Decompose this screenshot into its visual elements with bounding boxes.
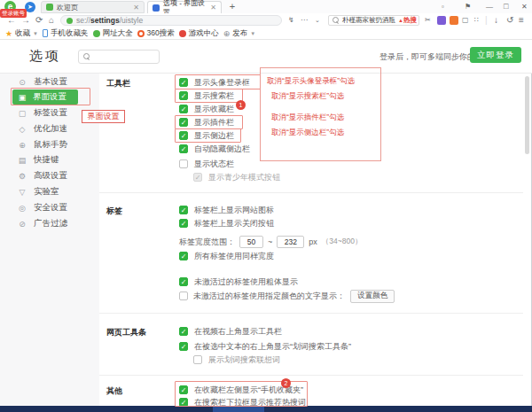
bookmark-site-directory[interactable]: 网址大全 <box>93 28 133 39</box>
sidebar-item-basic[interactable]: ⊙ 基本设置 <box>0 74 99 89</box>
checkbox-row[interactable]: 展示划词搜索联想词 <box>193 354 280 366</box>
undo-icon[interactable]: ↺ <box>506 16 513 25</box>
new-tab-button[interactable]: + <box>227 2 238 12</box>
checkbox-row[interactable]: 在被选中文本的右上角显示“划词搜索工具条” <box>179 340 351 353</box>
section-title-toolbar: 工具栏 <box>106 78 130 89</box>
checkbox-row[interactable]: 在视频右上角显示工具栏 <box>179 325 282 338</box>
apps-grid-icon[interactable]: ∷ <box>474 16 479 25</box>
sidebar-item-interface[interactable]: ▣ 界面设置 <box>12 89 78 105</box>
checkbox-row[interactable]: 未激活过的标签使用粗体显示 <box>179 276 298 288</box>
checkbox-row[interactable]: 显示侧边栏 <box>179 129 234 142</box>
sidebar-item-security[interactable]: ◎ 安全设置 <box>0 200 99 215</box>
workspace-icon[interactable]: ▫ <box>442 3 444 11</box>
checkbox[interactable] <box>179 159 188 168</box>
download-icon[interactable]: ↓ <box>494 16 498 25</box>
address-bar[interactable]: se://settings/uistyle <box>60 15 282 26</box>
checkbox[interactable] <box>193 355 202 364</box>
extension-purple-icon[interactable] <box>437 16 446 25</box>
checkbox[interactable] <box>179 342 188 351</box>
maximize-button[interactable]: □ <box>504 3 508 11</box>
checkbox[interactable] <box>179 292 188 300</box>
tab-welcome[interactable]: 欢迎页 ✕ <box>41 1 145 13</box>
home-icon[interactable]: ⌂ <box>49 16 54 25</box>
checkbox[interactable] <box>179 206 188 214</box>
bookmark-360-search[interactable]: 360搜索 <box>137 28 175 39</box>
checkbox[interactable] <box>179 118 188 127</box>
checkbox-row[interactable]: 显示插件栏 <box>179 116 234 128</box>
checkbox[interactable] <box>179 78 188 87</box>
gear-circle-icon: ⊙ <box>18 78 27 87</box>
tab-close-icon[interactable]: ✕ <box>210 4 216 12</box>
annotation-text: 取消“显示侧边栏”勾选 <box>271 128 344 138</box>
checkbox[interactable] <box>179 131 188 140</box>
sidebar-item-speedup[interactable]: ◇ 优化加速 <box>0 121 99 136</box>
login-badge[interactable]: 登录账号 <box>0 9 27 18</box>
hot-search-box[interactable]: 朴槿惠家被扔酒瓶 ▲热搜 <box>328 15 419 26</box>
checkbox-row[interactable]: 所有标签使用同样宽度 <box>179 250 274 262</box>
checkbox[interactable] <box>179 327 188 336</box>
menu-icon[interactable]: ≡ <box>519 16 524 25</box>
checkbox-row[interactable]: 显示头像登录框 <box>179 76 250 89</box>
lightning-icon[interactable]: ↯ <box>288 16 294 25</box>
checkbox-row[interactable]: 标签栏上显示关闭按钮 <box>179 217 274 229</box>
reload-icon[interactable]: ⟳ <box>35 16 43 25</box>
block-icon: ⊘ <box>18 220 27 229</box>
checkbox[interactable] <box>179 385 188 394</box>
divider <box>99 375 523 376</box>
sidebar-item-advanced[interactable]: ⚙ 高级设置 <box>0 168 99 183</box>
checkbox-row[interactable]: 显示收藏栏 <box>179 103 234 115</box>
scissors-icon[interactable]: ✂ <box>425 16 431 25</box>
more-icon[interactable]: ⋯ <box>301 16 308 25</box>
sidebar-item-mouse-gestures[interactable]: ⊕ 鼠标手势 <box>0 137 99 152</box>
tab-close-icon[interactable]: ✕ <box>133 4 139 12</box>
checkbox-row[interactable]: 自动隐藏侧边栏 <box>179 143 250 155</box>
checkbox[interactable] <box>179 105 188 113</box>
checkbox[interactable] <box>179 252 188 260</box>
site-safety-icon <box>66 18 73 24</box>
bookmark-phone-favorites[interactable]: 手机收藏夹 <box>43 28 89 39</box>
green-site-icon <box>93 30 100 37</box>
checkbox-row[interactable]: 显示搜索栏 <box>179 89 234 102</box>
annotation-text: 取消“显示头像登录框”勾选 <box>267 76 355 87</box>
section-title-tabs: 标签 <box>106 206 122 217</box>
window-icon: ▣ <box>18 93 27 102</box>
bolt-icon: ◇ <box>18 125 27 134</box>
checkbox-row[interactable]: 标签栏上显示网站图标 <box>179 204 274 216</box>
extension-orange-icon[interactable] <box>450 16 458 25</box>
tab-width-max-input[interactable] <box>277 236 304 248</box>
sidebar-callout: 界面设置 <box>82 110 125 123</box>
set-color-button[interactable]: 设置颜色 <box>350 290 395 303</box>
tab-favicon-green <box>46 4 53 11</box>
settings-search-input[interactable] <box>78 50 160 64</box>
screenshot-icon[interactable]: ▢ <box>462 16 469 25</box>
login-now-button[interactable]: 立即登录 <box>470 47 521 63</box>
checkbox-row[interactable]: 显示状态栏 <box>179 158 234 170</box>
chevron-down-icon[interactable]: ⌄ <box>315 16 320 25</box>
checkbox-row[interactable]: 未激活过的标签使用指定颜色的文字显示： 设置颜色 <box>179 290 395 302</box>
divider <box>99 313 523 314</box>
bookmark-publish[interactable]: ⊕ 发布 ▼ <box>223 28 256 39</box>
hot-search-tag: ▲热搜 <box>398 16 417 25</box>
phone-icon <box>43 29 48 37</box>
checkbox[interactable] <box>179 219 188 228</box>
checkbox <box>193 173 202 182</box>
taskbar-active-item[interactable] <box>213 406 264 412</box>
bookmark-game-center[interactable]: 游戏中心 <box>179 28 219 39</box>
hot-search-query[interactable]: 朴槿惠家被扔酒瓶 <box>342 16 395 25</box>
sidebar-item-shortcuts[interactable]: ▤ 快捷键 <box>0 152 99 167</box>
sidebar-item-lab[interactable]: ▽ 实验室 <box>0 184 99 199</box>
sidebar-item-adblock[interactable]: ⊘ 广告过滤 <box>0 216 99 231</box>
scrollbar-thumb[interactable] <box>525 76 529 154</box>
tab-width-min-input[interactable] <box>239 236 263 248</box>
checkbox[interactable] <box>179 144 188 153</box>
minimize-button[interactable]: — <box>486 3 493 11</box>
close-button[interactable]: ✕ <box>521 3 528 11</box>
checkbox-row[interactable]: 显示青少年模式按钮 <box>193 171 280 183</box>
checkbox[interactable] <box>179 277 188 286</box>
windows-taskbar[interactable] <box>0 406 532 412</box>
bookmark-favorites[interactable]: ★ 收藏 ▼ <box>5 28 38 39</box>
checkbox[interactable] <box>179 91 188 100</box>
shield-check-icon: ◎ <box>18 204 27 213</box>
tab-settings[interactable]: 选项 - 界面设置 ✕ <box>147 1 222 13</box>
flag-icon[interactable]: ⚑ <box>465 3 471 11</box>
